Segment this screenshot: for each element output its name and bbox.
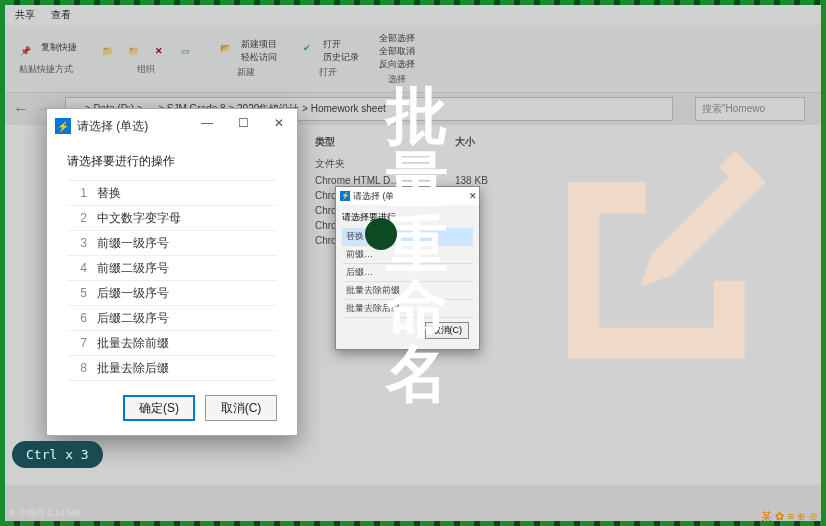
newfolder-icon[interactable]: 📂: [215, 38, 235, 58]
list-item[interactable]: 2中文数字变字母: [67, 206, 277, 231]
options-dialog: ⚡ 请选择 (单选) — ☐ ✕ 请选择要进行的操作 1替换 2中文数字变字母 …: [46, 108, 298, 436]
edit-icon: [516, 130, 776, 394]
options-list: 1替换 2中文数字变字母 3前缀一级序号 4前缀二级序号 5后缀一级序号 6后缀…: [67, 180, 277, 381]
delete-icon[interactable]: ✕: [149, 41, 169, 61]
properties-icon[interactable]: ✔: [297, 38, 317, 58]
list-item[interactable]: 1替换: [67, 181, 277, 206]
easy-access-label[interactable]: 轻松访问: [241, 51, 277, 64]
paste-shortcut-label: 粘贴快捷方式: [19, 63, 73, 76]
invert-select-label[interactable]: 反向选择: [379, 58, 415, 71]
ribbon-group-organize: 📁 📁 ✕ ▭ 组织: [97, 41, 195, 76]
copyto-icon[interactable]: 📁: [123, 41, 143, 61]
maximize-icon[interactable]: ☐: [225, 109, 261, 137]
watermark: 某 ✿ ≡ ⊕ ⊙: [761, 509, 818, 524]
paste-label[interactable]: 复制快捷: [41, 41, 77, 61]
select-all-label[interactable]: 全部选择: [379, 32, 415, 45]
close-icon[interactable]: ✕: [261, 109, 297, 137]
decoration-dot: [365, 218, 397, 250]
open-label[interactable]: 打开: [323, 38, 359, 51]
open-group-label: 打开: [319, 66, 337, 79]
list-item[interactable]: 4前缀二级序号: [67, 256, 277, 281]
dialog-titlebar: ⚡ 请选择 (单选) — ☐ ✕: [47, 109, 297, 143]
list-item[interactable]: 3前缀一级序号: [67, 231, 277, 256]
history-label[interactable]: 历史记录: [323, 51, 359, 64]
cancel-button[interactable]: 取消(C): [205, 395, 277, 421]
close-icon[interactable]: ✕: [469, 191, 477, 201]
dialog-prompt: 请选择要进行的操作: [67, 153, 277, 170]
nav-back-icon[interactable]: ←: [13, 100, 29, 118]
organize-label: 组织: [137, 63, 155, 76]
rename-ribbon-icon[interactable]: ▭: [175, 41, 195, 61]
list-item[interactable]: 6后缀二级序号: [67, 306, 277, 331]
tab-share[interactable]: 共享: [15, 8, 35, 22]
status-bar: 8 个项目 2.14 MB: [10, 507, 81, 520]
ribbon-tabs: 共享 查看: [5, 5, 821, 25]
ribbon-group-select: 全部选择 全部取消 反向选择 选择: [379, 32, 415, 86]
ribbon-group-clipboard: 📌 复制快捷 粘贴快捷方式: [15, 41, 77, 76]
tab-view[interactable]: 查看: [51, 8, 71, 22]
list-item[interactable]: 7批量去除前缀: [67, 331, 277, 356]
ribbon-group-new: 📂 新建项目 轻松访问 新建: [215, 38, 277, 79]
bolt-icon: ⚡: [55, 118, 71, 134]
keyboard-hint: Ctrl x 3: [12, 441, 103, 468]
new-item-label[interactable]: 新建项目: [241, 38, 277, 51]
pin-icon[interactable]: 📌: [15, 41, 35, 61]
ok-button[interactable]: 确定(S): [123, 395, 195, 421]
dialog-title-text: 请选择 (单选): [77, 118, 148, 135]
minimize-icon[interactable]: —: [189, 109, 225, 137]
select-none-label[interactable]: 全部取消: [379, 45, 415, 58]
moveto-icon[interactable]: 📁: [97, 41, 117, 61]
ribbon-group-open: ✔ 打开 历史记录 打开: [297, 38, 359, 79]
list-item[interactable]: 5后缀一级序号: [67, 281, 277, 306]
search-input[interactable]: 搜索"Homewo: [695, 97, 805, 121]
bolt-icon: ⚡: [340, 191, 350, 201]
list-item[interactable]: 8批量去除后缀: [67, 356, 277, 381]
new-label: 新建: [237, 66, 255, 79]
